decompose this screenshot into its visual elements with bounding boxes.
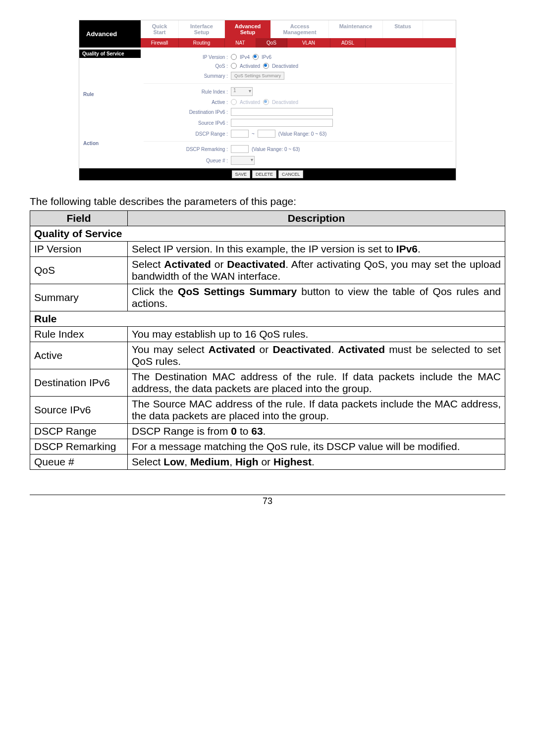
th-description: Description: [128, 211, 505, 226]
field-dscp-range: DSCP Range: [30, 424, 128, 439]
delete-button[interactable]: DELETE: [252, 170, 276, 178]
input-dest-ipv6[interactable]: [231, 108, 333, 116]
field-dscp-remarking: DSCP Remarking: [30, 439, 128, 454]
label-active: Active :: [144, 100, 231, 105]
router-config-screenshot: Advanced Quick StartInterface SetupAdvan…: [79, 20, 456, 181]
field-rule-index: Rule Index: [30, 327, 128, 342]
input-src-ipv6[interactable]: [231, 119, 333, 127]
desc-active: You may select Activated or Deactivated.…: [128, 342, 505, 369]
desc-summary: Click the QoS Settings Summary button to…: [128, 284, 505, 311]
cancel-button[interactable]: CANCEL: [278, 170, 304, 178]
sub-tab-routing[interactable]: Routing: [179, 38, 225, 48]
tilde-separator: ~: [252, 131, 255, 137]
section-quality-of-service: Quality of Service: [79, 50, 141, 58]
radio-active-deactivated-label: Deactivated: [272, 100, 298, 105]
parameter-table: Field Description Quality of ServiceIP V…: [30, 210, 505, 470]
sub-tab-vlan[interactable]: VLAN: [287, 38, 330, 48]
field-queue-#: Queue #: [30, 454, 128, 470]
sub-tab-adsl[interactable]: ADSL: [330, 38, 366, 48]
label-rule-index: Rule Index :: [144, 89, 231, 95]
input-dscp-remarking[interactable]: [231, 145, 249, 153]
label-src-ipv6: Source IPv6 :: [144, 120, 231, 126]
label-dscp-remarking: DSCP Remarking :: [144, 147, 231, 152]
page-number: 73: [30, 495, 505, 506]
radio-qos-deactivated[interactable]: [263, 63, 269, 69]
dscp-range-note: (Value Range: 0 ~ 63): [278, 131, 326, 137]
label-summary: Summary :: [144, 73, 231, 79]
label-ip-version: IP Version :: [144, 54, 231, 60]
field-qos: QoS: [30, 257, 128, 284]
section-quality-of-service: Quality of Service: [30, 226, 505, 242]
sub-tab-firewall[interactable]: Firewall: [141, 38, 179, 48]
radio-ipv6-label: IPv6: [262, 54, 271, 60]
desc-destination-ipv6: The Destination MAC address of the rule.…: [128, 369, 505, 397]
save-button[interactable]: SAVE: [232, 170, 250, 178]
lead-paragraph: The following table describes the parame…: [30, 196, 505, 207]
router-footer: SAVEDELETECANCEL: [79, 168, 456, 180]
th-field: Field: [30, 211, 128, 226]
radio-ipv4[interactable]: [231, 54, 237, 60]
qos-settings-summary-button[interactable]: QoS Settings Summary: [231, 72, 284, 80]
dscp-remark-note: (Value Range: 0 ~ 63): [252, 147, 300, 152]
label-qos: QoS :: [144, 63, 231, 69]
main-tab-4[interactable]: Maintenance: [329, 20, 383, 38]
sub-tabs: FirewallRoutingNATQoSVLANADSL: [141, 38, 456, 48]
desc-dscp-range: DSCP Range is from 0 to 63.: [128, 424, 505, 439]
input-dscp-to[interactable]: [258, 130, 275, 138]
section-action: Action: [79, 134, 141, 148]
desc-ip-version: Select IP version. In this example, the …: [128, 242, 505, 257]
select-rule-index[interactable]: 1: [231, 87, 253, 96]
field-active: Active: [30, 342, 128, 369]
main-tab-5[interactable]: Status: [383, 20, 423, 38]
sub-tab-nat[interactable]: NAT: [225, 38, 256, 48]
radio-active-activated-label: Activated: [240, 100, 260, 105]
desc-source-ipv6: The Source MAC address of the rule. If d…: [128, 397, 505, 424]
main-tab-0[interactable]: Quick Start: [141, 20, 179, 38]
radio-ipv6[interactable]: [253, 54, 259, 60]
input-dscp-from[interactable]: [231, 130, 249, 138]
main-tabs: Quick StartInterface SetupAdvanced Setup…: [141, 20, 456, 38]
desc-rule-index: You may establish up to 16 QoS rules.: [128, 327, 505, 342]
label-dscp-range: DSCP Range :: [144, 131, 231, 137]
radio-qos-activated[interactable]: [231, 63, 237, 69]
radio-qos-deactivated-label: Deactivated: [272, 63, 298, 69]
section-rule: Rule: [79, 85, 141, 99]
nav-section-label: Advanced: [79, 20, 141, 48]
section-rule: Rule: [30, 311, 505, 327]
select-queue[interactable]: [231, 156, 255, 165]
sub-tab-qos[interactable]: QoS: [256, 38, 287, 48]
main-tab-2[interactable]: Advanced Setup: [225, 20, 271, 38]
desc-qos: Select Activated or Deactivated. After a…: [128, 257, 505, 284]
field-destination-ipv6: Destination IPv6: [30, 369, 128, 397]
label-queue: Queue # :: [144, 158, 231, 163]
radio-active-activated[interactable]: [231, 99, 237, 105]
main-tab-1[interactable]: Interface Setup: [179, 20, 225, 38]
desc-queue-#: Select Low, Medium, High or Highest.: [128, 454, 505, 470]
radio-active-deactivated[interactable]: [263, 99, 269, 105]
radio-qos-activated-label: Activated: [240, 63, 260, 69]
field-source-ipv6: Source IPv6: [30, 397, 128, 424]
radio-ipv4-label: IPv4: [240, 54, 250, 60]
desc-dscp-remarking: For a message matching the QoS rule, its…: [128, 439, 505, 454]
field-ip-version: IP Version: [30, 242, 128, 257]
main-tab-3[interactable]: Access Management: [271, 20, 329, 38]
label-dest-ipv6: Destination IPv6 :: [144, 109, 231, 115]
field-summary: Summary: [30, 284, 128, 311]
router-topnav: Advanced Quick StartInterface SetupAdvan…: [79, 20, 456, 48]
